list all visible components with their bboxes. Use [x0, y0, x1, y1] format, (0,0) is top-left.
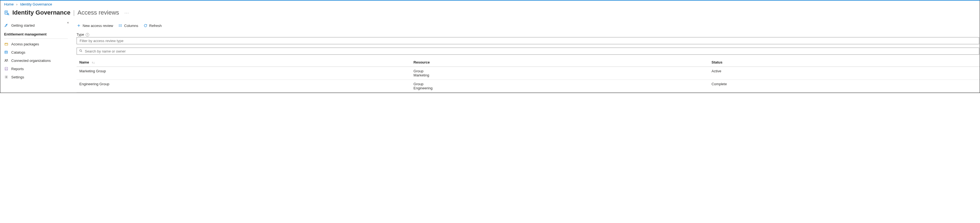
button-label: Columns: [124, 24, 138, 28]
search-input[interactable]: [76, 48, 979, 55]
rocket-icon: [4, 23, 8, 27]
cell-status: Active: [709, 67, 980, 80]
columns-icon: [118, 23, 123, 28]
svg-line-27: [81, 51, 82, 52]
sidebar-divider: [4, 39, 68, 39]
info-icon[interactable]: i: [86, 33, 89, 37]
svg-point-17: [6, 77, 7, 77]
sidebar-item-catalogs[interactable]: Catalogs: [0, 48, 72, 56]
breadcrumb-home[interactable]: Home: [4, 2, 14, 6]
table-row[interactable]: Engineering Group Group Engineering Comp…: [76, 80, 980, 93]
reports-icon: [4, 67, 8, 71]
more-actions-button[interactable]: ···: [125, 11, 129, 15]
sidebar-item-access-packages[interactable]: Access packages: [0, 40, 72, 48]
page-title: Identity Governance | Access reviews: [12, 9, 119, 16]
col-header-status[interactable]: Status: [709, 58, 980, 67]
col-header-name[interactable]: Name ↑↓: [76, 58, 410, 67]
sidebar-item-label: Connected organizations: [11, 59, 51, 63]
svg-point-11: [5, 59, 6, 61]
identity-governance-icon: [4, 10, 10, 15]
sidebar-item-label: Reports: [11, 67, 24, 71]
collapse-sidebar-button[interactable]: «: [67, 21, 69, 24]
command-bar: New access review Columns Refresh: [76, 21, 980, 33]
sidebar-item-reports[interactable]: Reports: [0, 65, 72, 73]
cell-resource: Group Marketing: [410, 67, 709, 80]
button-label: Refresh: [150, 24, 162, 28]
svg-point-12: [7, 59, 8, 60]
refresh-button[interactable]: Refresh: [143, 23, 162, 28]
columns-button[interactable]: Columns: [118, 23, 138, 28]
sidebar-item-connected-organizations[interactable]: Connected organizations: [0, 56, 72, 65]
main-panel: New access review Columns Refresh Type: [72, 21, 980, 93]
search-field[interactable]: [84, 49, 977, 54]
svg-rect-8: [5, 51, 7, 53]
svg-line-5: [8, 14, 9, 15]
sidebar: « Getting started Entitlement management…: [0, 21, 72, 93]
search-icon: [79, 49, 83, 53]
svg-point-6: [6, 24, 7, 25]
title-main: Identity Governance: [12, 9, 70, 16]
cell-status: Complete: [709, 80, 980, 93]
sidebar-item-getting-started[interactable]: Getting started: [0, 21, 72, 29]
button-label: New access review: [83, 24, 113, 28]
cell-name: Marketing Group: [76, 67, 410, 80]
access-reviews-table: Name ↑↓ Resource Status Marketing Group …: [76, 58, 980, 93]
breadcrumb-separator: ›: [16, 2, 17, 6]
type-filter-input[interactable]: [76, 37, 979, 44]
catalog-icon: [4, 50, 8, 55]
page-title-bar: Identity Governance | Access reviews ···: [0, 8, 980, 21]
cell-resource: Group Engineering: [410, 80, 709, 93]
cell-name: Engineering Group: [76, 80, 410, 93]
sidebar-item-label: Catalogs: [11, 50, 25, 55]
title-sub: Access reviews: [77, 9, 119, 16]
new-access-review-button[interactable]: New access review: [76, 23, 113, 28]
gear-icon: [4, 75, 8, 79]
sidebar-item-settings[interactable]: Settings: [0, 73, 72, 81]
sidebar-item-label: Getting started: [11, 23, 35, 27]
breadcrumb: Home › Identity Governance: [0, 0, 980, 8]
package-icon: [4, 42, 8, 46]
table-row[interactable]: Marketing Group Group Marketing Active: [76, 67, 980, 80]
type-filter-field[interactable]: [79, 39, 977, 43]
people-icon: [4, 58, 8, 63]
svg-rect-7: [5, 43, 8, 45]
plus-icon: [76, 23, 81, 28]
sidebar-item-label: Access packages: [11, 42, 39, 46]
sidebar-item-label: Settings: [11, 75, 24, 79]
breadcrumb-identity-governance[interactable]: Identity Governance: [20, 2, 52, 6]
type-filter-label: Type i: [76, 33, 980, 37]
col-header-resource[interactable]: Resource: [410, 58, 709, 67]
refresh-icon: [143, 23, 148, 28]
sidebar-section-entitlement: Entitlement management: [0, 29, 72, 38]
svg-point-26: [80, 50, 81, 51]
sort-icon: ↑↓: [92, 61, 95, 64]
title-divider: |: [73, 9, 75, 16]
